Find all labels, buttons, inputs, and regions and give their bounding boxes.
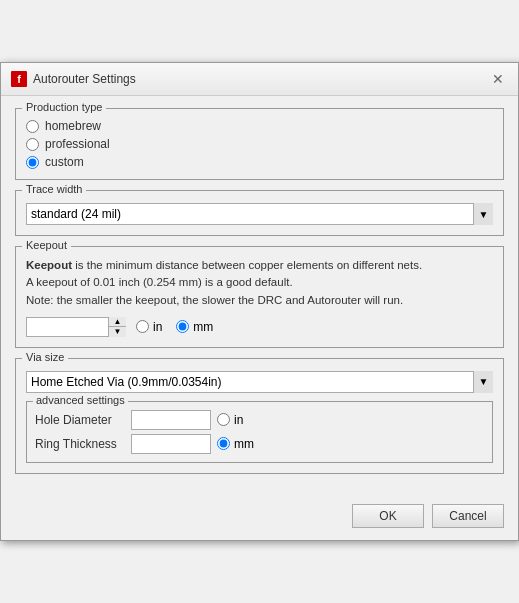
keepout-spin-buttons: ▲ ▼ xyxy=(108,317,126,337)
keepout-legend: Keepout xyxy=(22,239,71,251)
trace-width-select[interactable]: standard (24 mil) thin (12 mil) thick (3… xyxy=(26,203,493,225)
keepout-spin-wrapper: 0.2540 ▲ ▼ xyxy=(26,317,126,337)
dialog-footer: OK Cancel xyxy=(1,496,518,540)
trace-width-inner: standard (24 mil) thin (12 mil) thick (3… xyxy=(26,203,493,225)
production-type-inner: homebrew professional custom xyxy=(26,119,493,169)
keepout-spin-up[interactable]: ▲ xyxy=(109,317,126,328)
via-size-group: Via size Home Etched Via (0.9mm/0.0354in… xyxy=(15,358,504,474)
radio-professional-label: professional xyxy=(45,137,110,151)
radio-professional-input[interactable] xyxy=(26,138,39,151)
keepout-unit-mm[interactable]: mm xyxy=(176,320,213,334)
keepout-unit-in[interactable]: in xyxy=(136,320,162,334)
adv-unit-in-label: in xyxy=(234,413,243,427)
production-type-legend: Production type xyxy=(22,101,106,113)
keepout-line3: Note: the smaller the keepout, the slowe… xyxy=(26,294,403,306)
radio-professional[interactable]: professional xyxy=(26,137,493,151)
adv-unit-mm-input[interactable] xyxy=(217,437,230,450)
keepout-line2: A keepout of 0.01 inch (0.254 mm) is a g… xyxy=(26,276,293,288)
production-type-radios: homebrew professional custom xyxy=(26,119,493,169)
app-icon: f xyxy=(11,71,27,87)
radio-homebrew-input[interactable] xyxy=(26,120,39,133)
adv-unit-in-input[interactable] xyxy=(217,413,230,426)
autorouter-settings-dialog: f Autorouter Settings ✕ Production type … xyxy=(0,62,519,541)
cancel-button[interactable]: Cancel xyxy=(432,504,504,528)
adv-unit-mm-label: mm xyxy=(234,437,254,451)
via-size-legend: Via size xyxy=(22,351,68,363)
ring-thickness-label: Ring Thickness xyxy=(35,437,125,451)
ring-thickness-row: Ring Thickness 0.508 mm xyxy=(35,434,484,454)
close-button[interactable]: ✕ xyxy=(488,69,508,89)
trace-width-group: Trace width standard (24 mil) thin (12 m… xyxy=(15,190,504,236)
via-size-inner: Home Etched Via (0.9mm/0.0354in) Standar… xyxy=(26,371,493,463)
advanced-settings-group: advanced settings Hole Diameter 0.9 in R… xyxy=(26,401,493,463)
radio-custom-input[interactable] xyxy=(26,156,39,169)
trace-width-legend: Trace width xyxy=(22,183,86,195)
radio-custom[interactable]: custom xyxy=(26,155,493,169)
dialog-title: Autorouter Settings xyxy=(33,72,136,86)
keepout-bold: Keepout xyxy=(26,259,72,271)
adv-unit-in[interactable]: in xyxy=(217,413,243,427)
radio-homebrew[interactable]: homebrew xyxy=(26,119,493,133)
via-size-select-wrapper: Home Etched Via (0.9mm/0.0354in) Standar… xyxy=(26,371,493,393)
keepout-description: Keepout is the minimum distance between … xyxy=(26,257,493,309)
keepout-unit-radios: in mm xyxy=(136,320,213,334)
production-type-group: Production type homebrew professional cu… xyxy=(15,108,504,180)
keepout-inner: Keepout is the minimum distance between … xyxy=(26,257,493,337)
adv-unit-mm[interactable]: mm xyxy=(217,437,254,451)
title-bar: f Autorouter Settings ✕ xyxy=(1,63,518,96)
radio-homebrew-label: homebrew xyxy=(45,119,101,133)
keepout-input-row: 0.2540 ▲ ▼ in mm xyxy=(26,317,493,337)
hole-diameter-input[interactable]: 0.9 xyxy=(131,410,211,430)
advanced-unit-radios-ring: mm xyxy=(217,437,254,451)
keepout-unit-mm-label: mm xyxy=(193,320,213,334)
ring-thickness-input[interactable]: 0.508 xyxy=(131,434,211,454)
advanced-unit-radios-hole: in xyxy=(217,413,243,427)
via-size-select[interactable]: Home Etched Via (0.9mm/0.0354in) Standar… xyxy=(26,371,493,393)
keepout-unit-mm-input[interactable] xyxy=(176,320,189,333)
dialog-body: Production type homebrew professional cu… xyxy=(1,96,518,496)
trace-width-select-wrapper: standard (24 mil) thin (12 mil) thick (3… xyxy=(26,203,493,225)
keepout-unit-in-input[interactable] xyxy=(136,320,149,333)
ok-button[interactable]: OK xyxy=(352,504,424,528)
keepout-group: Keepout Keepout is the minimum distance … xyxy=(15,246,504,348)
hole-diameter-label: Hole Diameter xyxy=(35,413,125,427)
keepout-rest1: is the minimum distance between copper e… xyxy=(72,259,422,271)
hole-diameter-row: Hole Diameter 0.9 in xyxy=(35,410,484,430)
keepout-spin-down[interactable]: ▼ xyxy=(109,327,126,337)
title-bar-left: f Autorouter Settings xyxy=(11,71,136,87)
keepout-unit-in-label: in xyxy=(153,320,162,334)
radio-custom-label: custom xyxy=(45,155,84,169)
advanced-settings-legend: advanced settings xyxy=(33,394,128,406)
